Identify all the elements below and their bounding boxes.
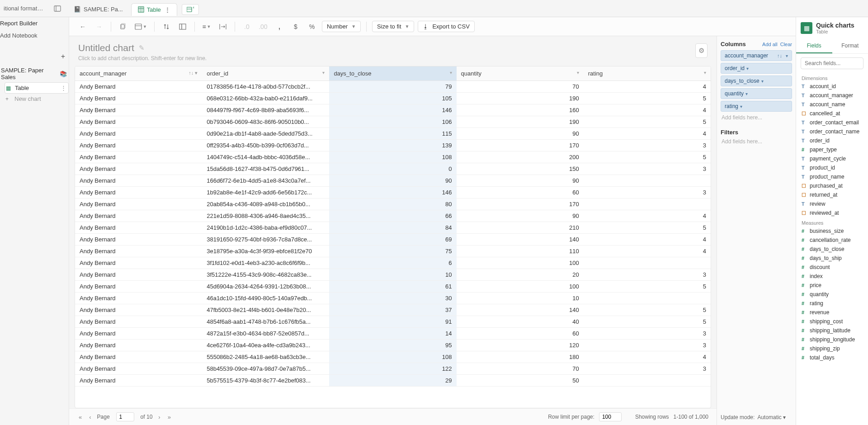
table-row[interactable]: Andy Bernard58b45539-09ce-497a-98d7-0e7a… xyxy=(75,363,711,375)
cell[interactable]: 4 xyxy=(584,351,711,363)
cell[interactable] xyxy=(584,293,711,304)
cell[interactable]: Andy Bernard xyxy=(75,375,202,387)
cell[interactable]: 3 xyxy=(584,187,711,198)
cell[interactable] xyxy=(584,375,711,387)
first-page-button[interactable]: « xyxy=(77,414,83,420)
cell[interactable]: 3 xyxy=(584,140,711,151)
field-business_size[interactable]: #business_size xyxy=(796,227,868,236)
cell[interactable]: Andy Bernard xyxy=(75,340,202,351)
table-row[interactable]: Andy Bernard068e0312-66bb-432a-bab0-e211… xyxy=(75,93,711,104)
cell[interactable]: 45d6904a-2634-4264-9391-12b63b08... xyxy=(202,281,329,293)
column-header-rating[interactable]: rating▾ xyxy=(584,66,711,81)
report-builder-link[interactable]: Report Builder xyxy=(0,17,69,29)
table-row[interactable]: Andy Bernard0b793046-0609-483c-86f6-9050… xyxy=(75,116,711,128)
cell[interactable]: Andy Bernard xyxy=(75,328,202,340)
field-reviewed_at[interactable]: ☐reviewed_at xyxy=(796,208,868,217)
cell[interactable]: 5 xyxy=(584,281,711,293)
cell[interactable]: 75 xyxy=(329,246,456,257)
field-shipping_zip[interactable]: #shipping_zip xyxy=(796,344,868,353)
cell[interactable]: 140 xyxy=(457,304,584,316)
table-row[interactable]: Andy Bernard3f51222e-4155-43c9-908c-4682… xyxy=(75,269,711,281)
cell[interactable]: Andy Bernard xyxy=(75,128,202,140)
chart-description[interactable]: Click to add chart description. Shift-en… xyxy=(78,53,695,61)
cell[interactable]: Andy Bernard xyxy=(75,351,202,363)
cell[interactable]: 20 xyxy=(457,269,584,281)
table-row[interactable]: Andy Bernard1b92ab8e-4e1f-42c9-add6-6e56… xyxy=(75,187,711,198)
add-notebook-link[interactable]: Add Notebook xyxy=(0,29,69,42)
clear-link[interactable]: Clear xyxy=(780,42,792,47)
cell[interactable]: Andy Bernard xyxy=(75,93,202,104)
field-order_contact_email[interactable]: Torder_contact_email xyxy=(796,118,868,127)
page-input[interactable] xyxy=(116,412,134,421)
cell[interactable]: 69 xyxy=(329,234,456,246)
field-order_id[interactable]: Torder_id xyxy=(796,136,868,145)
cell[interactable]: Andy Bernard xyxy=(75,304,202,316)
field-product_id[interactable]: Tproduct_id xyxy=(796,163,868,172)
cell[interactable]: 4 xyxy=(584,234,711,246)
row-limit-input[interactable] xyxy=(599,412,622,421)
field-discount[interactable]: #discount xyxy=(796,263,868,272)
cell[interactable]: 70 xyxy=(457,81,584,93)
cell[interactable]: 95 xyxy=(329,340,456,351)
cell[interactable]: 4 xyxy=(584,210,711,222)
cell[interactable]: 1404749c-c514-4adb-bbbc-4036d58e... xyxy=(202,151,329,163)
cell[interactable]: 110 xyxy=(457,246,584,257)
cell[interactable]: 46a1dc10-15fd-4490-80c5-140a97edb... xyxy=(202,293,329,304)
field-review[interactable]: Treview xyxy=(796,199,868,208)
cell[interactable]: Andy Bernard xyxy=(75,281,202,293)
cell[interactable]: 0b793046-0609-483c-86f6-905010b0... xyxy=(202,116,329,128)
field-quantity[interactable]: #quantity xyxy=(796,290,868,299)
size-select[interactable]: Size to fit ▼ xyxy=(372,21,414,32)
next-page-button[interactable]: › xyxy=(157,414,161,420)
cell[interactable]: 555086b2-2485-4a18-ae68-ba63cb3e... xyxy=(202,351,329,363)
cell[interactable]: 4 xyxy=(584,81,711,93)
cell[interactable]: 4872a15f-e3b0-4634-bb87-52e0857d... xyxy=(202,328,329,340)
cell[interactable]: Andy Bernard xyxy=(75,316,202,328)
columns-placeholder[interactable]: Add fields here... xyxy=(721,112,792,123)
cell[interactable]: Andy Bernard xyxy=(75,104,202,116)
cell[interactable]: Andy Bernard xyxy=(75,210,202,222)
cell[interactable]: 4ce6276f-10a4-40ea-a4fe-cd3a9b243... xyxy=(202,340,329,351)
cell[interactable]: 50 xyxy=(457,375,584,387)
cell[interactable]: Andy Bernard xyxy=(75,81,202,93)
table-row[interactable]: Andy Bernard0ff29354-a4b3-450b-b399-0cf0… xyxy=(75,140,711,151)
table-row[interactable]: Andy Bernard221e1d59-8088-4306-a946-8aed… xyxy=(75,210,711,222)
decrease-decimals-button[interactable]: .0 xyxy=(241,20,253,33)
cell[interactable]: 90 xyxy=(457,128,584,140)
add-all-link[interactable]: Add all xyxy=(762,42,778,47)
cell[interactable]: 3 xyxy=(584,269,711,281)
field-account_manager[interactable]: Taccount_manager xyxy=(796,91,868,100)
cell[interactable]: 6 xyxy=(329,257,456,269)
cell[interactable]: 170 xyxy=(457,140,584,151)
cell[interactable]: 5 xyxy=(584,116,711,128)
cell[interactable]: 58b45539-09ce-497a-98d7-0e7a87b5... xyxy=(202,363,329,375)
field-index[interactable]: #index xyxy=(796,272,868,281)
cell[interactable]: 068e0312-66bb-432a-bab0-e2116daf9... xyxy=(202,93,329,104)
cell[interactable]: 146 xyxy=(329,104,456,116)
cell[interactable]: 108 xyxy=(329,151,456,163)
data-table[interactable]: account_manager↑↓ ▾order_id▾days_to_clos… xyxy=(75,66,711,408)
increase-decimals-button[interactable]: .00 xyxy=(257,20,269,33)
tab-menu-icon[interactable]: ⋮ xyxy=(165,6,170,13)
field-account_id[interactable]: Taccount_id xyxy=(796,82,868,91)
column-header-account_manager[interactable]: account_manager↑↓ ▾ xyxy=(75,66,202,81)
field-product_name[interactable]: Tproduct_name xyxy=(796,172,868,181)
cell[interactable] xyxy=(584,198,711,210)
cell[interactable]: 4 xyxy=(584,104,711,116)
table-row[interactable]: Andy Bernard20ab854a-c436-4089-a948-cb1b… xyxy=(75,198,711,210)
sidebar-item-table[interactable]: ▦ Table ⋮ xyxy=(5,82,69,94)
cell[interactable]: Andy Bernard xyxy=(75,257,202,269)
tab-table[interactable]: Table ⋮ xyxy=(131,3,177,16)
cell[interactable]: 40 xyxy=(457,316,584,328)
cell[interactable]: 37 xyxy=(329,304,456,316)
column-pill-quantity[interactable]: quantity▾ xyxy=(721,88,792,99)
cell[interactable]: Andy Bernard xyxy=(75,175,202,187)
table-row[interactable]: Andy Bernard0d90e21a-db1f-4ab8-aade-5ded… xyxy=(75,128,711,140)
cell[interactable]: 0d90e21a-db1f-4ab8-aade-5dedd75d3... xyxy=(202,128,329,140)
format-tab[interactable]: Format xyxy=(832,39,868,53)
cell[interactable]: 70 xyxy=(457,363,584,375)
fields-search-input[interactable] xyxy=(801,57,863,69)
percent-button[interactable]: % xyxy=(306,20,318,33)
column-pill-rating[interactable]: rating▾ xyxy=(721,101,792,112)
currency-button[interactable]: $ xyxy=(289,20,302,33)
